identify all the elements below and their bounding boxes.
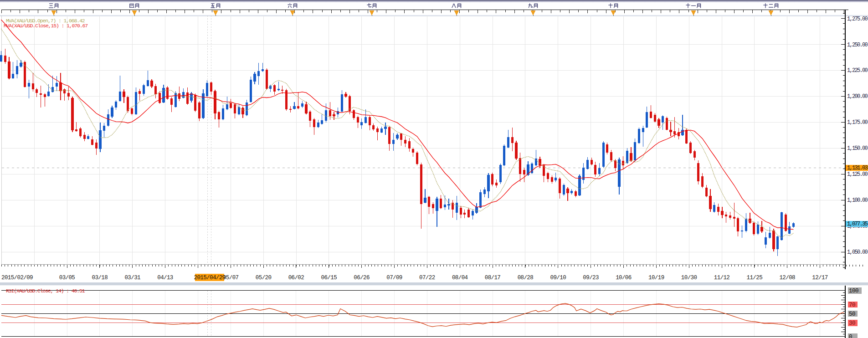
svg-text:50: 50 bbox=[849, 311, 855, 318]
svg-text:MVA(XAU/USD.Close,15) : 1,070: MVA(XAU/USD.Close,15) : 1,070.67 bbox=[4, 23, 87, 29]
svg-text:30: 30 bbox=[849, 320, 855, 327]
svg-text:70: 70 bbox=[849, 302, 855, 308]
svg-text:11/25: 11/25 bbox=[747, 275, 763, 281]
svg-text:12/08: 12/08 bbox=[779, 275, 795, 281]
svg-text:03/31: 03/31 bbox=[124, 275, 140, 281]
svg-text:07/09: 07/09 bbox=[386, 275, 402, 281]
svg-text:07/22: 07/22 bbox=[419, 275, 435, 281]
svg-text:1,125.00: 1,125.00 bbox=[847, 171, 868, 178]
svg-text:08/04: 08/04 bbox=[452, 275, 468, 281]
svg-text:03/18: 03/18 bbox=[92, 275, 108, 281]
svg-text:RSI(XAU/USD.Close, 14) : 40.5: RSI(XAU/USD.Close, 14) : 40.51 bbox=[6, 288, 85, 294]
svg-text:1,250.00: 1,250.00 bbox=[847, 42, 868, 48]
svg-text:1,200.00: 1,200.00 bbox=[847, 93, 868, 100]
svg-text:10/30: 10/30 bbox=[681, 275, 697, 281]
svg-text:04/13: 04/13 bbox=[157, 275, 173, 281]
svg-text:1,050.00: 1,050.00 bbox=[847, 249, 868, 256]
svg-text:2015/02/09: 2015/02/09 bbox=[1, 275, 33, 281]
svg-text:11/12: 11/12 bbox=[714, 275, 730, 281]
svg-text:08/17: 08/17 bbox=[485, 275, 501, 281]
svg-text:09/23: 09/23 bbox=[583, 275, 599, 281]
svg-text:03/05: 03/05 bbox=[59, 275, 75, 281]
svg-text:10/06: 10/06 bbox=[616, 275, 632, 281]
svg-text:06/15: 06/15 bbox=[321, 275, 337, 281]
svg-text:09/10: 09/10 bbox=[550, 275, 566, 281]
svg-text:1,131.03: 1,131.03 bbox=[847, 165, 868, 171]
svg-text:1,175.00: 1,175.00 bbox=[847, 119, 868, 126]
svg-text:12/17: 12/17 bbox=[812, 275, 828, 281]
svg-text:100: 100 bbox=[849, 288, 858, 294]
svg-text:08/28: 08/28 bbox=[518, 275, 534, 281]
svg-text:1,077.35: 1,077.35 bbox=[847, 221, 868, 227]
svg-text:1,100.00: 1,100.00 bbox=[847, 197, 868, 204]
svg-text:1,225.00: 1,225.00 bbox=[847, 67, 868, 74]
svg-text:2015/04/29: 2015/04/29 bbox=[194, 275, 225, 281]
svg-text:10/19: 10/19 bbox=[648, 275, 664, 281]
svg-text:0: 0 bbox=[849, 334, 852, 338]
svg-text:06/26: 06/26 bbox=[354, 275, 370, 281]
svg-text:1,275.00: 1,275.00 bbox=[847, 16, 868, 22]
svg-text:05/20: 05/20 bbox=[256, 275, 272, 281]
svg-text:06/02: 06/02 bbox=[288, 275, 304, 281]
svg-text:1,150.00: 1,150.00 bbox=[847, 145, 868, 152]
